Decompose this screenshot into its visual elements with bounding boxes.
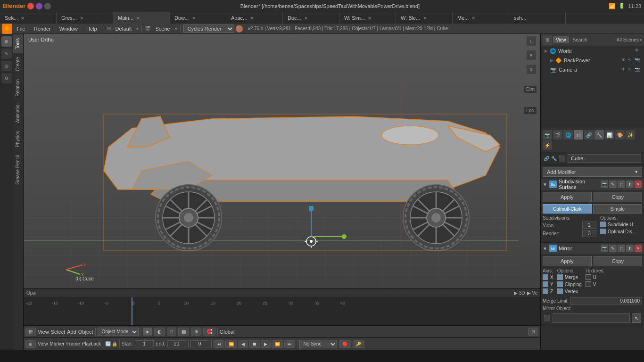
outliner-header-icon[interactable]: ⊞ [543, 35, 552, 45]
z-axis-checkbox[interactable] [543, 288, 548, 294]
viewport-view-menu[interactable]: View [38, 329, 49, 335]
browser-tab-7[interactable]: W: Ble...✕ [396, 12, 453, 24]
add-modifier-button[interactable]: Subdivision Surface Add Modifier ▾ [543, 167, 642, 177]
prop-icon-render[interactable]: 📷 [543, 130, 552, 140]
prop-icon-modifiers[interactable]: 🔧 [594, 130, 604, 140]
browser-tab-0[interactable]: Sek...✕ [0, 12, 57, 24]
outliner-item-world[interactable]: ▶ 🌐 World 👁 [541, 46, 644, 56]
browser-tab-5[interactable]: Doc...✕ [283, 12, 339, 24]
prev-frame-btn[interactable]: ⏪ [225, 340, 237, 348]
camera-cursor-icon[interactable]: ↖ [628, 67, 634, 73]
prop-icon-physics[interactable]: ⚡ [543, 140, 552, 150]
outliner-view-tab[interactable]: View [553, 36, 569, 43]
subdivide-uv-checkbox[interactable] [600, 222, 606, 227]
browser-tab-1[interactable]: Gres...✕ [57, 12, 113, 24]
merge-checkbox[interactable] [557, 274, 563, 280]
viewport-select-menu[interactable]: Select [51, 329, 66, 335]
prop-icon-data[interactable]: 📊 [605, 130, 614, 140]
play-back-btn[interactable]: ◀ [238, 340, 248, 348]
tool-tab-relation[interactable]: Relation [13, 75, 23, 100]
jump-end-btn[interactable]: ⏭ [284, 340, 295, 348]
shading-btn-3[interactable]: ▦ [178, 328, 189, 336]
prop-icon-constraints[interactable]: 🔗 [584, 130, 594, 140]
scene-label[interactable]: Scene [151, 25, 173, 33]
backpower-cursor-icon[interactable]: ↖ [628, 58, 634, 63]
viewport-object-menu[interactable]: Object [78, 329, 93, 335]
start-frame-input[interactable] [135, 340, 154, 347]
prop-icon-object[interactable]: ◻ [574, 130, 583, 140]
audio-btn[interactable]: 🔴 [339, 340, 351, 348]
browser-tab-8[interactable]: Me...✕ [453, 12, 509, 24]
browser-tab-3[interactable]: Dow...✕ [170, 12, 226, 24]
world-eye-icon[interactable]: 👁 [635, 48, 640, 54]
mod1-name[interactable]: Subdivision Surface [559, 179, 599, 190]
view-value[interactable]: 2 [582, 222, 596, 229]
next-frame-btn[interactable]: ⏩ [272, 340, 283, 348]
close-button[interactable] [27, 3, 34, 9]
vp-nav-btn-s[interactable]: S [526, 64, 537, 74]
v-checkbox[interactable] [586, 281, 591, 287]
tl-playback-menu[interactable]: Playback [82, 341, 101, 346]
mod1-apply-button[interactable]: Apply [543, 192, 592, 202]
browser-tab-9[interactable]: ssh... [509, 12, 566, 24]
cube-name-display[interactable]: Cube [568, 154, 641, 163]
merge-limit-value[interactable]: 0.001000 [570, 297, 642, 304]
vp-nav-btn-r[interactable]: R [526, 50, 537, 60]
mod1-delete-icon[interactable]: ✕ [635, 181, 642, 188]
menu-render[interactable]: Render [30, 25, 55, 33]
sync-select[interactable]: No Sync Frame Dropping [299, 340, 337, 348]
mod2-render-icon[interactable]: 📷 [601, 245, 608, 252]
mirror-object-pick-icon[interactable]: ↖ [632, 313, 641, 323]
browser-tab-4[interactable]: Apac...✕ [226, 12, 283, 24]
catmull-clark-tab[interactable]: Catmull-Clark [543, 204, 592, 214]
menu-window[interactable]: Window [56, 25, 82, 33]
jump-start-btn[interactable]: ⏮ [214, 340, 224, 348]
blender-menu-icon[interactable]: 🔶 [2, 24, 12, 34]
prop-icon-particles[interactable]: ✨ [626, 130, 635, 140]
tool-tab-create[interactable]: Create [13, 53, 23, 75]
vp-nav-btn-0[interactable]: L [526, 36, 537, 46]
tl-frame-menu[interactable]: Frame [66, 341, 80, 346]
viewport-3d[interactable]: User Ortho L R S Dim Loc Y X (0) Cube [24, 34, 540, 350]
mod2-apply-button[interactable]: Apply [543, 256, 592, 266]
mod2-cage-icon[interactable]: ◻ [618, 245, 625, 252]
render-value[interactable]: 3 [582, 230, 596, 237]
backpower-render-icon[interactable]: 📷 [635, 58, 640, 63]
left-sidebar-icon-0[interactable]: ⊞ [1, 36, 12, 47]
outliner-search-tab[interactable]: Search [570, 36, 591, 43]
object-mode-select[interactable]: Object Mode Edit Mode Sculpt Mode [98, 328, 139, 336]
mod2-edit-icon[interactable]: ✎ [609, 245, 617, 252]
camera-eye-icon[interactable]: 👁 [621, 67, 627, 73]
render-engine-select[interactable]: Cycles Render Blender Render [183, 25, 234, 33]
pivot-btn[interactable]: ⊕ [191, 328, 201, 336]
tool-tab-grease-pencil[interactable]: Grease Pencil [13, 151, 23, 189]
global-label[interactable]: Global [220, 329, 235, 335]
mod1-edit-icon[interactable]: ✎ [609, 181, 617, 188]
tl-marker-menu[interactable]: Marker [50, 341, 65, 346]
mod2-expand2-icon[interactable]: ⬆ [626, 245, 634, 252]
end-frame-input[interactable] [167, 340, 186, 347]
tool-tab-animatio[interactable]: Animatio [13, 100, 23, 127]
prop-edit-btn[interactable]: ⊙ [528, 328, 538, 336]
x-axis-checkbox[interactable] [543, 274, 548, 280]
menu-help[interactable]: Help [83, 25, 101, 33]
workspace-label[interactable]: Default [112, 25, 136, 33]
outliner-item-camera[interactable]: 📷 Camera 👁 ↖ 📷 [541, 65, 644, 74]
backpower-eye-icon[interactable]: 👁 [621, 58, 627, 63]
mod1-cage-icon[interactable]: ◻ [618, 181, 625, 188]
keying-btn[interactable]: 🔑 [353, 340, 364, 348]
left-sidebar-icon-3[interactable]: ⚙ [1, 73, 12, 83]
camera-render-icon[interactable]: 📷 [635, 67, 640, 73]
mod2-delete-icon[interactable]: ✕ [635, 245, 642, 252]
prop-icon-material[interactable]: 🎨 [615, 130, 625, 140]
minimize-button[interactable] [36, 3, 42, 9]
mod1-expand-icon[interactable]: ▼ [543, 182, 547, 187]
shading-btn-0[interactable]: ● [143, 328, 152, 336]
tl-icon-btn[interactable]: ⊞ [25, 340, 36, 348]
left-sidebar-icon-2[interactable]: ◎ [1, 61, 12, 71]
all-scenes-label[interactable]: All Scenes [617, 37, 639, 42]
y-axis-checkbox[interactable] [543, 281, 548, 287]
mod1-expand2-icon[interactable]: ⬆ [626, 181, 634, 188]
mod1-copy-button[interactable]: Copy [594, 192, 643, 202]
maximize-button[interactable] [44, 3, 51, 9]
